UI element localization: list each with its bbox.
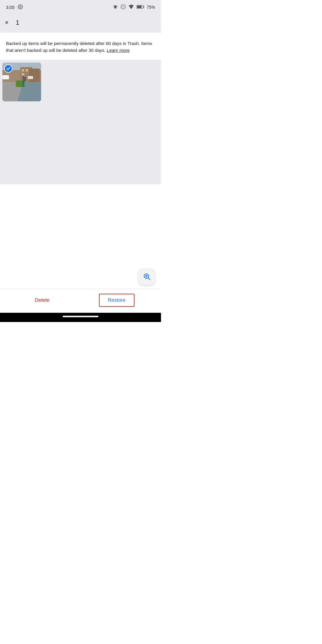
svg-point-21 xyxy=(17,83,19,85)
status-bar: 3:05 xyxy=(0,0,161,14)
learn-more-link[interactable]: Learn more xyxy=(107,48,130,53)
svg-rect-25 xyxy=(28,76,33,79)
svg-point-0 xyxy=(20,6,21,7)
vibrate-icon xyxy=(113,4,118,10)
svg-rect-5 xyxy=(117,6,117,7)
home-bar xyxy=(63,316,98,317)
battery-percentage: 75% xyxy=(147,5,155,10)
svg-rect-27 xyxy=(24,79,26,81)
svg-rect-16 xyxy=(26,69,28,72)
svg-line-29 xyxy=(148,278,150,279)
svg-rect-15 xyxy=(22,69,24,72)
svg-rect-4 xyxy=(114,6,114,7)
svg-rect-9 xyxy=(143,6,144,7)
status-right: 75% xyxy=(113,4,155,10)
home-indicator xyxy=(0,313,161,322)
svg-rect-10 xyxy=(137,6,142,8)
svg-rect-23 xyxy=(23,76,24,86)
selection-checkmark xyxy=(4,64,13,73)
svg-point-26 xyxy=(24,77,26,79)
close-button[interactable]: × xyxy=(5,19,9,26)
svg-rect-1 xyxy=(114,5,117,8)
dnd-icon xyxy=(120,4,126,10)
list-item[interactable] xyxy=(2,63,41,101)
fab-area xyxy=(0,265,161,289)
svg-point-22 xyxy=(20,85,22,86)
photo-grid xyxy=(0,60,161,184)
delete-button[interactable]: Delete xyxy=(27,294,58,306)
svg-rect-3 xyxy=(117,6,118,7)
gear-icon xyxy=(18,4,23,10)
restore-button[interactable]: Restore xyxy=(99,294,135,307)
info-banner: Backed up items will be permanently dele… xyxy=(0,33,161,60)
battery-icon xyxy=(137,5,144,10)
svg-rect-2 xyxy=(113,6,114,7)
svg-rect-17 xyxy=(22,73,24,75)
status-time: 3:05 xyxy=(6,5,15,10)
zoom-in-icon xyxy=(143,273,151,281)
app-bar: × 1 xyxy=(0,14,161,33)
selected-count: 1 xyxy=(16,19,19,27)
zoom-fab-button[interactable] xyxy=(138,268,155,285)
info-text: Backed up items will be permanently dele… xyxy=(6,40,155,54)
wifi-icon xyxy=(128,4,134,10)
bottom-action-bar: Delete Restore xyxy=(0,289,161,313)
info-text-body: Backed up items will be permanently dele… xyxy=(6,41,152,53)
svg-rect-24 xyxy=(2,75,9,79)
